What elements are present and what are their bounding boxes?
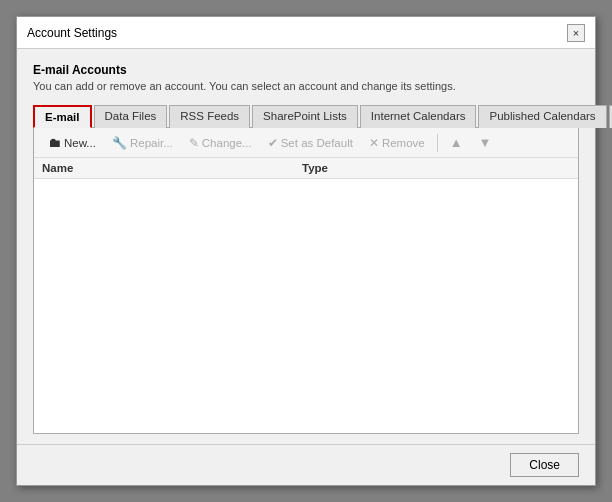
close-dialog-button[interactable]: Close (510, 453, 579, 477)
tab-address-books[interactable]: Address Books (609, 105, 612, 128)
section-desc: You can add or remove an account. You ca… (33, 80, 579, 92)
repair-icon: 🔧 (112, 136, 127, 150)
tab-email[interactable]: E-mail (33, 105, 92, 128)
dialog-title: Account Settings (27, 26, 117, 40)
change-icon: ✎ (189, 136, 199, 150)
new-icon: 🖿 (48, 135, 61, 150)
toolbar: 🖿 New... 🔧 Repair... ✎ Change... ✔ Set a… (34, 128, 578, 158)
window-close-button[interactable]: × (567, 24, 585, 42)
remove-button[interactable]: ✕ Remove (363, 134, 431, 152)
title-bar: Account Settings × (17, 17, 595, 49)
tab-sharepoint[interactable]: SharePoint Lists (252, 105, 358, 128)
list-area: Name Type (34, 158, 578, 433)
content-area: 🖿 New... 🔧 Repair... ✎ Change... ✔ Set a… (33, 128, 579, 434)
set-default-icon: ✔ (268, 136, 278, 150)
col-name-header: Name (42, 162, 302, 174)
col-type-header: Type (302, 162, 570, 174)
tab-internet-calendars[interactable]: Internet Calendars (360, 105, 477, 128)
repair-button[interactable]: 🔧 Repair... (106, 134, 179, 152)
tabs-row: E-mail Data Files RSS Feeds SharePoint L… (33, 104, 579, 128)
arrow-down-icon: ▼ (479, 135, 492, 150)
change-button[interactable]: ✎ Change... (183, 134, 258, 152)
set-default-button[interactable]: ✔ Set as Default (262, 134, 359, 152)
tab-rss-feeds[interactable]: RSS Feeds (169, 105, 250, 128)
dialog-footer: Close (17, 444, 595, 485)
new-button[interactable]: 🖿 New... (42, 133, 102, 152)
toolbar-separator (437, 134, 438, 152)
list-header: Name Type (34, 158, 578, 179)
list-body (34, 179, 578, 433)
move-up-button[interactable]: ▲ (444, 133, 469, 152)
arrow-up-icon: ▲ (450, 135, 463, 150)
move-down-button[interactable]: ▼ (473, 133, 498, 152)
dialog-body: E-mail Accounts You can add or remove an… (17, 49, 595, 444)
section-title: E-mail Accounts (33, 63, 579, 77)
tab-published-calendars[interactable]: Published Calendars (478, 105, 606, 128)
account-settings-dialog: Account Settings × E-mail Accounts You c… (16, 16, 596, 486)
tab-data-files[interactable]: Data Files (94, 105, 168, 128)
remove-icon: ✕ (369, 136, 379, 150)
